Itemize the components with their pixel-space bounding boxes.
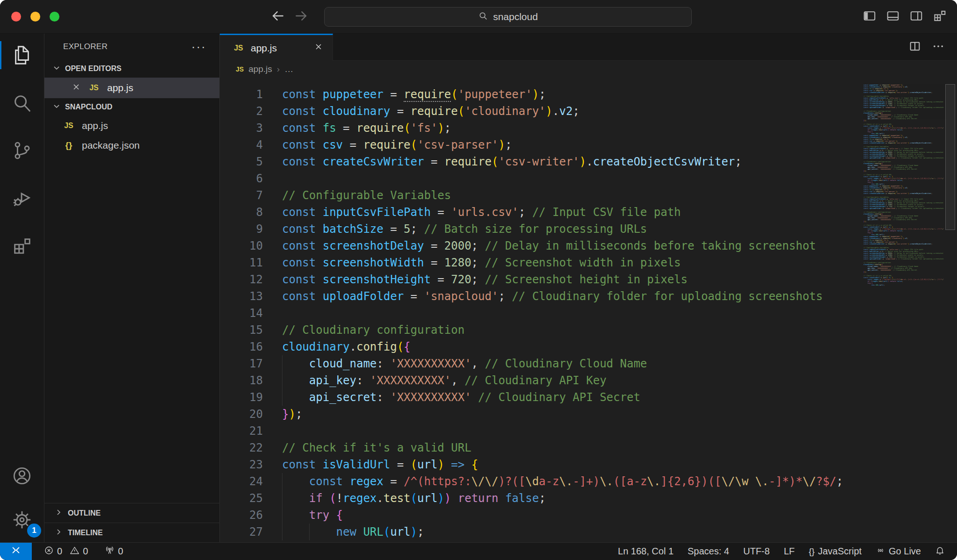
line-number: 27	[220, 524, 263, 540]
file-item[interactable]: JSapp.js	[44, 116, 219, 136]
breadcrumb[interactable]: JS app.js › …	[220, 61, 957, 78]
language-mode[interactable]: {} JavaScript	[809, 546, 862, 557]
line-number: 22	[220, 439, 263, 456]
minimap-line: const createCsvWriter = require('csv-wri…	[863, 243, 944, 245]
code-area[interactable]: 1const puppeteer = require('puppeteer');…	[220, 78, 957, 542]
title-bar: snapcloud	[0, 0, 957, 34]
workbench: 1 EXPLORER ··· OPEN EDITORS JSapp.js SNA…	[0, 34, 957, 542]
broadcast-icon	[876, 546, 885, 558]
chevron-down-icon	[52, 63, 61, 74]
code-line: 1const puppeteer = require('puppeteer');	[220, 86, 957, 103]
json-file-icon: {}	[62, 140, 75, 151]
layout-panel-icon[interactable]	[886, 9, 900, 25]
code-line: 16cloudinary.config({	[220, 338, 957, 355]
code-line: 5const createCsvWriter = require('csv-wr…	[220, 153, 957, 170]
extensions-icon[interactable]	[0, 228, 44, 264]
line-number: 19	[220, 389, 263, 406]
close-window-button[interactable]	[11, 12, 21, 22]
code-lines[interactable]: 1const puppeteer = require('puppeteer');…	[220, 78, 957, 540]
files-icon[interactable]	[0, 37, 44, 73]
file-name: app.js	[82, 120, 108, 131]
ports-indicator[interactable]: 0	[105, 546, 123, 558]
more-actions-icon[interactable]	[932, 40, 945, 55]
minimap-line: const uploadFolder = 'snapcloud'; // Clo…	[863, 157, 944, 159]
layout-sidebar-right-icon[interactable]	[909, 9, 923, 25]
search-icon[interactable]	[0, 85, 44, 121]
open-editors-header[interactable]: OPEN EDITORS	[44, 60, 219, 78]
vertical-scrollbar[interactable]	[944, 78, 957, 542]
code-line: 25 if (!regex.test(url)) return false;	[220, 490, 957, 507]
minimap-line: new URL(url);	[863, 284, 944, 286]
problems-indicator[interactable]: 0 0	[44, 546, 88, 558]
code-line: 18 api_key: 'XXXXXXXXXX', // Cloudinary …	[220, 372, 957, 389]
js-file-icon: JS	[232, 44, 245, 52]
customize-layout-icon[interactable]	[933, 9, 947, 25]
status-bar: 0 0 0 Ln 168, Col 1 Spaces: 4 UTF-8 LF {…	[0, 542, 957, 560]
go-live-button[interactable]: Go Live	[876, 546, 921, 558]
code-line: 23const isValidUrl = (url) => {	[220, 456, 957, 473]
code-line: 14	[220, 305, 957, 322]
scrollbar-thumb[interactable]	[945, 84, 955, 230]
notifications-bell[interactable]	[935, 546, 945, 558]
code-line: 20});	[220, 406, 957, 423]
account-icon[interactable]	[0, 458, 44, 494]
file-name: package.json	[82, 140, 140, 151]
line-number: 20	[220, 406, 263, 423]
minimize-window-button[interactable]	[30, 12, 40, 22]
open-editor-item[interactable]: JSapp.js	[44, 78, 219, 98]
magnifier-icon	[478, 11, 488, 23]
line-number: 18	[220, 372, 263, 389]
breadcrumb-separator: ›	[277, 64, 280, 74]
encoding[interactable]: UTF-8	[743, 546, 770, 557]
line-number: 11	[220, 254, 263, 271]
gear-icon[interactable]: 1	[0, 502, 44, 538]
back-arrow-icon[interactable]	[270, 8, 285, 25]
minimap-line: const uploadFolder = 'snapcloud'; // Clo…	[863, 208, 944, 209]
close-icon[interactable]	[314, 42, 323, 54]
code-line: 12const screenshotHeight = 720; // Scree…	[220, 271, 957, 288]
run-debug-icon[interactable]	[0, 180, 44, 216]
layout-sidebar-left-icon[interactable]	[863, 9, 877, 25]
code-line: 2const cloudinary = require('cloudinary'…	[220, 103, 957, 120]
window-controls	[0, 12, 59, 22]
bell-icon	[935, 546, 945, 558]
line-number: 2	[220, 103, 263, 120]
close-icon[interactable]	[72, 82, 81, 94]
line-number: 13	[220, 288, 263, 305]
tab-app-js[interactable]: JS app.js	[220, 34, 333, 61]
line-number: 12	[220, 271, 263, 288]
cursor-position[interactable]: Ln 168, Col 1	[618, 546, 674, 557]
command-center-search[interactable]: snapcloud	[324, 7, 692, 27]
folder-header[interactable]: SNAPCLOUD	[44, 98, 219, 116]
minimap-line: const uploadFolder = 'snapcloud'; // Clo…	[863, 258, 944, 260]
outline-header[interactable]: OUTLINE	[44, 503, 219, 523]
source-control-icon[interactable]	[0, 133, 44, 168]
minimap-line: const uploadFolder = 'snapcloud'; // Clo…	[863, 107, 944, 108]
minimap[interactable]: const puppeteer = require('puppeteer');c…	[863, 84, 944, 286]
line-number: 23	[220, 456, 263, 473]
eol-sequence[interactable]: LF	[784, 546, 795, 557]
line-number: 1	[220, 86, 263, 103]
more-actions-icon[interactable]: ···	[191, 44, 206, 49]
maximize-window-button[interactable]	[50, 12, 59, 22]
tab-bar: JS app.js	[220, 34, 957, 61]
timeline-header[interactable]: TIMELINE	[44, 523, 219, 542]
remote-indicator[interactable]	[0, 543, 32, 560]
indentation[interactable]: Spaces: 4	[688, 546, 729, 557]
code-line: 3const fs = require('fs');	[220, 120, 957, 136]
forward-arrow-icon[interactable]	[294, 8, 309, 25]
settings-badge: 1	[27, 524, 41, 538]
code-line: 8const inputCsvFilePath = 'urls.csv'; //…	[220, 204, 957, 221]
minimap-line: const createCsvWriter = require('csv-wri…	[863, 193, 944, 194]
file-item[interactable]: {}package.json	[44, 136, 219, 155]
line-number: 6	[220, 170, 263, 187]
vscode-window: snapcloud	[0, 0, 957, 560]
line-number: 16	[220, 338, 263, 355]
code-line: 27 new URL(url);	[220, 524, 957, 540]
minimap-line: const createCsvWriter = require('csv-wri…	[863, 142, 944, 144]
split-editor-icon[interactable]	[908, 40, 921, 55]
warning-icon	[70, 546, 80, 558]
editor-group: JS app.js JS app.js › … 1const puppeteer…	[220, 34, 957, 542]
line-number: 26	[220, 507, 263, 524]
code-line: 11const screenshotWidth = 1280; // Scree…	[220, 254, 957, 271]
